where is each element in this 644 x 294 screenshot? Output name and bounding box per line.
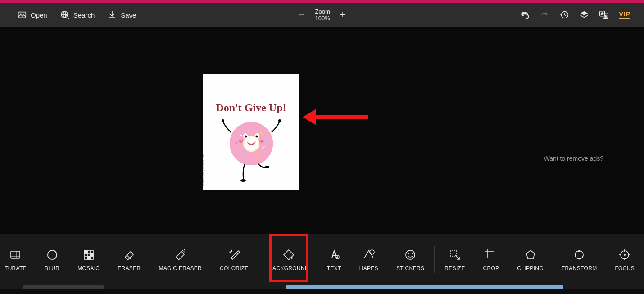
svg-point-27 — [255, 136, 258, 138]
annotation-arrow — [303, 104, 370, 131]
stickers-label: STICKERS — [396, 265, 424, 271]
open-label: Open — [31, 11, 47, 19]
image-icon — [17, 10, 27, 20]
zoom-display[interactable]: Zoom 100% — [315, 8, 330, 22]
separator — [259, 246, 259, 273]
redo-icon[interactable] — [540, 10, 549, 20]
search-button[interactable]: Search — [60, 10, 95, 20]
search-label: Search — [73, 11, 95, 19]
svg-marker-33 — [303, 109, 316, 125]
canvas-image[interactable]: Don't Give Up! — [203, 74, 299, 190]
layers-icon[interactable] — [579, 10, 589, 20]
svg-point-12 — [278, 119, 281, 122]
tool-group-1: TURATE BLUR MOSAIC ERASER MAGIC ERASER C… — [3, 248, 250, 271]
zoom-controls: − Zoom 100% + — [298, 8, 345, 22]
svg-point-41 — [291, 257, 293, 259]
vip-badge[interactable]: VIP — [619, 10, 630, 19]
open-button[interactable]: Open — [17, 10, 47, 20]
blur-icon — [45, 248, 59, 262]
globe-search-icon — [60, 10, 70, 20]
canvas-area[interactable]: Don't Give Up! — [0, 27, 644, 234]
svg-rect-40 — [87, 256, 90, 259]
background-tool[interactable]: BACKGROUND — [267, 248, 311, 271]
scrollbar-track-segment — [23, 285, 104, 289]
saturate-tool[interactable]: TURATE — [3, 248, 28, 271]
history-icon[interactable] — [559, 10, 569, 20]
zoom-out-button[interactable]: − — [298, 8, 305, 22]
transform-label: TRANSFORM — [562, 265, 597, 271]
horizontal-scrollbar[interactable] — [0, 285, 644, 289]
zoom-in-button[interactable]: + — [340, 9, 346, 21]
top-toolbar: Open Search Save − Zoom 100% + A文 VIP — [0, 3, 644, 27]
save-label: Save — [121, 11, 136, 19]
clipping-tool[interactable]: CLIPPING — [515, 248, 545, 271]
save-button[interactable]: Save — [107, 10, 136, 20]
svg-rect-0 — [18, 12, 26, 18]
image-text: Don't Give Up! — [203, 102, 299, 114]
top-right-group: A文 VIP — [520, 10, 644, 20]
resize-label: RESIZE — [444, 265, 465, 271]
zoom-value: 100% — [315, 15, 330, 22]
magic-eraser-tool[interactable]: MAGIC ERASER — [157, 248, 204, 271]
download-icon — [107, 10, 117, 20]
svg-text:A: A — [601, 12, 603, 16]
stickers-tool[interactable]: STICKERS — [395, 248, 426, 271]
text-tool[interactable]: TEXT — [325, 248, 343, 271]
focus-tool[interactable]: FOCUS — [613, 248, 636, 271]
colorize-tool[interactable]: COLORIZE — [218, 248, 250, 271]
tool-group-3: RESIZE CROP CLIPPING TRANSFORM FOCUS WAR… — [443, 248, 644, 271]
svg-rect-34 — [11, 251, 20, 258]
watermark: Adobe Stock | #339103289 — [202, 154, 205, 187]
svg-rect-38 — [84, 250, 87, 253]
resize-icon — [448, 248, 462, 262]
separator — [434, 246, 435, 273]
mosaic-tool[interactable]: MOSAIC — [76, 248, 101, 271]
translate-icon[interactable]: A文 — [599, 10, 609, 20]
eraser-tool[interactable]: ERASER — [116, 248, 142, 271]
text-label: TEXT — [327, 265, 341, 271]
svg-point-43 — [370, 250, 374, 254]
svg-point-44 — [406, 250, 415, 259]
shapes-label: HAPES — [359, 265, 378, 271]
saturate-icon — [9, 248, 22, 262]
svg-point-11 — [222, 119, 224, 122]
bottom-toolbar: TURATE BLUR MOSAIC ERASER MAGIC ERASER C… — [0, 234, 644, 285]
remove-ads-link[interactable]: Want to remove ads? — [544, 155, 603, 162]
tool-row: TURATE BLUR MOSAIC ERASER MAGIC ERASER C… — [0, 234, 644, 285]
eraser-label: ERASER — [118, 265, 141, 271]
svg-point-30 — [240, 179, 246, 182]
text-icon — [327, 248, 341, 262]
shapes-icon — [362, 248, 376, 262]
focus-icon — [618, 248, 631, 262]
eraser-icon — [122, 248, 136, 262]
top-left-group: Open Search Save — [0, 10, 136, 20]
transform-icon — [572, 248, 586, 262]
zoom-label: Zoom — [315, 8, 330, 15]
resize-tool[interactable]: RESIZE — [443, 248, 467, 271]
shapes-tool[interactable]: HAPES — [358, 248, 380, 271]
magic-eraser-icon — [173, 248, 187, 262]
donut-illustration — [218, 119, 285, 186]
svg-point-46 — [412, 253, 413, 253]
crop-icon — [484, 248, 498, 262]
svg-text:文: 文 — [604, 15, 607, 18]
magic-eraser-label: MAGIC ERASER — [159, 265, 202, 271]
mosaic-label: MOSAIC — [77, 265, 100, 271]
clipping-icon — [524, 248, 537, 262]
clipping-label: CLIPPING — [517, 265, 543, 271]
blur-tool[interactable]: BLUR — [43, 248, 61, 271]
background-label: BACKGROUND — [269, 265, 309, 271]
mosaic-icon — [82, 248, 95, 262]
svg-point-35 — [48, 250, 57, 259]
undo-icon[interactable] — [520, 10, 530, 20]
scrollbar-thumb[interactable] — [286, 285, 563, 289]
transform-tool[interactable]: TRANSFORM — [560, 248, 599, 271]
stickers-icon — [404, 248, 417, 262]
svg-point-45 — [408, 253, 409, 253]
saturate-label: TURATE — [5, 265, 27, 271]
crop-tool[interactable]: CROP — [481, 248, 501, 271]
svg-point-50 — [624, 254, 626, 256]
svg-rect-39 — [90, 253, 93, 256]
svg-marker-5 — [546, 13, 549, 16]
tool-group-2: BACKGROUND TEXT HAPES STICKERS — [267, 248, 426, 271]
